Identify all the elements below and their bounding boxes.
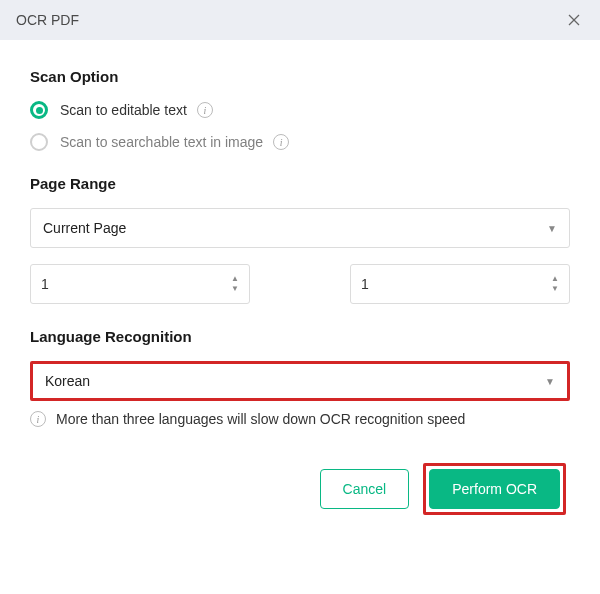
page-range-selected: Current Page xyxy=(43,220,126,236)
primary-highlight: Perform OCR xyxy=(423,463,566,515)
info-icon[interactable]: i xyxy=(273,134,289,150)
dialog-buttons: Cancel Perform OCR xyxy=(30,463,570,515)
info-icon: i xyxy=(30,411,46,427)
page-from-stepper[interactable]: 1 ▲▼ xyxy=(30,264,250,304)
stepper-arrows-icon[interactable]: ▲▼ xyxy=(231,275,239,293)
cancel-button[interactable]: Cancel xyxy=(320,469,410,509)
page-range-heading: Page Range xyxy=(30,175,570,192)
chevron-down-icon: ▼ xyxy=(545,376,555,387)
language-highlight: Korean ▼ xyxy=(30,361,570,401)
page-range-spinners: 1 ▲▼ 1 ▲▼ xyxy=(30,264,570,304)
dialog-content: Scan Option Scan to editable text i Scan… xyxy=(0,40,600,535)
language-note: i More than three languages will slow do… xyxy=(30,411,570,427)
page-range-dropdown[interactable]: Current Page ▼ xyxy=(30,208,570,248)
stepper-arrows-icon[interactable]: ▲▼ xyxy=(551,275,559,293)
perform-ocr-button[interactable]: Perform OCR xyxy=(429,469,560,509)
chevron-down-icon: ▼ xyxy=(547,223,557,234)
page-from-value: 1 xyxy=(41,276,49,292)
radio-selected-icon[interactable] xyxy=(30,101,48,119)
language-note-text: More than three languages will slow down… xyxy=(56,411,465,427)
titlebar: OCR PDF xyxy=(0,0,600,40)
radio-unselected-icon[interactable] xyxy=(30,133,48,151)
scan-option-editable[interactable]: Scan to editable text i xyxy=(30,101,570,119)
radio-label: Scan to searchable text in image xyxy=(60,134,263,150)
radio-label: Scan to editable text xyxy=(60,102,187,118)
page-to-stepper[interactable]: 1 ▲▼ xyxy=(350,264,570,304)
language-selected: Korean xyxy=(45,373,90,389)
scan-option-searchable[interactable]: Scan to searchable text in image i xyxy=(30,133,570,151)
language-heading: Language Recognition xyxy=(30,328,570,345)
info-icon[interactable]: i xyxy=(197,102,213,118)
scan-option-heading: Scan Option xyxy=(30,68,570,85)
page-to-value: 1 xyxy=(361,276,369,292)
language-dropdown[interactable]: Korean ▼ xyxy=(33,364,567,398)
close-icon[interactable] xyxy=(564,10,584,30)
dialog-title: OCR PDF xyxy=(16,12,79,28)
